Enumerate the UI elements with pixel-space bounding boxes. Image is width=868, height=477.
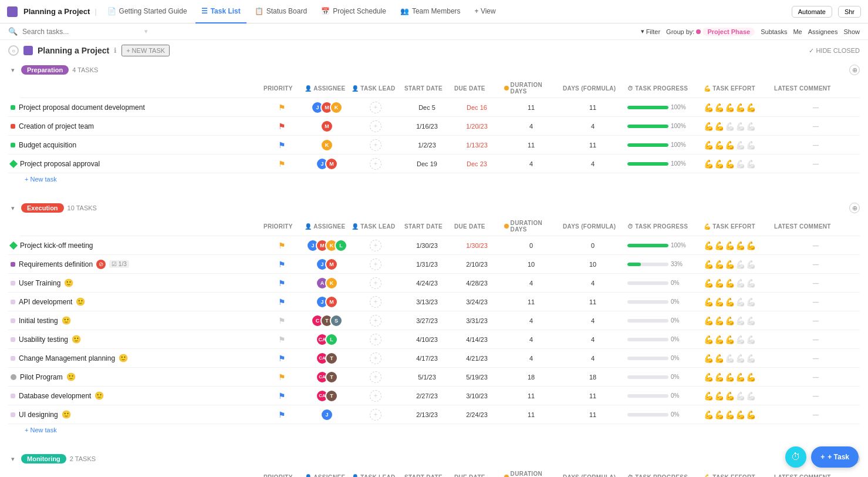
assignee-cell: J M K L	[302, 239, 349, 252]
share-button[interactable]: Shr	[838, 6, 861, 18]
priority-flag[interactable]: ⚑	[278, 241, 286, 250]
lead-circle[interactable]: +	[370, 371, 381, 383]
avatar: M	[325, 295, 338, 308]
priority-flag[interactable]: ⚑	[278, 354, 286, 363]
preparation-options-btn[interactable]: ⊕	[849, 65, 860, 75]
avatar: K	[325, 277, 338, 290]
tab-status-board[interactable]: 📋 Status Board	[249, 0, 313, 23]
info-icon[interactable]: ℹ	[114, 46, 117, 55]
new-task-button[interactable]: + NEW TASK	[121, 45, 170, 56]
me-button[interactable]: Me	[793, 28, 802, 35]
tab-team-members[interactable]: 👥 Team Members	[394, 0, 467, 23]
status-emoji: 🙂	[72, 335, 81, 344]
lead-circle[interactable]: +	[370, 102, 381, 113]
subtasks-button[interactable]: Subtasks	[761, 28, 787, 35]
execution-collapse-btn[interactable]: ▾	[8, 204, 18, 212]
filter-button[interactable]: ▾ Filter	[641, 28, 660, 35]
task-name-cell: Project kick-off meeting	[8, 241, 261, 250]
lead-circle[interactable]: +	[370, 277, 381, 289]
add-task-execution[interactable]: + New task	[8, 424, 860, 436]
tab-project-schedule[interactable]: 📅 Project Schedule	[315, 0, 392, 23]
priority-flag[interactable]: ⚑	[278, 260, 286, 269]
comment-cell: –	[772, 101, 860, 113]
duration-cell: 11	[502, 411, 560, 418]
status-emoji: 🙂	[94, 391, 104, 400]
muscle-3: 💪	[725, 122, 735, 131]
lead-icon2: 👤	[352, 223, 359, 230]
priority-flag[interactable]: ⚑	[278, 410, 286, 419]
start-date-cell: 1/16/23	[402, 123, 452, 130]
add-task-fab[interactable]: + + Task	[811, 446, 859, 468]
priority-cell: ⚑	[261, 335, 302, 344]
lead-circle[interactable]: +	[370, 139, 381, 151]
muscle-5: 💪	[746, 103, 756, 112]
priority-flag[interactable]: ⚑	[278, 316, 286, 325]
lead-circle[interactable]: +	[370, 409, 381, 421]
section-header-execution: ▾ Execution 10 TASKS ⊕	[8, 199, 860, 217]
task-name-cell: UI designing 🙂	[8, 410, 261, 419]
automate-button[interactable]: Automate	[792, 6, 832, 18]
muscle-2: 💪	[714, 297, 724, 307]
preparation-collapse-btn[interactable]: ▾	[8, 66, 18, 74]
tab-getting-started[interactable]: 📄 Getting Started Guide	[102, 0, 193, 23]
task-status-circle	[11, 374, 16, 380]
lead-circle[interactable]: +	[370, 258, 381, 270]
effort-cell: 💪 💪 💪 💪 💪	[701, 140, 772, 150]
lead-circle[interactable]: +	[370, 240, 381, 251]
task-status-diamond	[9, 159, 18, 167]
priority-flag[interactable]: ⚑	[278, 335, 286, 344]
duration-cell: 4	[502, 123, 560, 130]
assignees-button[interactable]: Assignees	[808, 28, 838, 35]
lead-circle[interactable]: +	[370, 120, 381, 132]
preparation-tag[interactable]: Preparation	[21, 65, 69, 75]
priority-flag[interactable]: ⚑	[278, 297, 286, 307]
priority-flag[interactable]: ⚑	[278, 278, 286, 288]
status-emoji: 🙂	[76, 297, 85, 306]
lead-circle[interactable]: +	[370, 334, 381, 345]
col-eff: 💪TASK EFFORT	[701, 219, 772, 234]
lead-circle[interactable]: +	[370, 158, 381, 170]
search-input[interactable]	[22, 28, 140, 36]
execution-options-btn[interactable]: ⊕	[849, 203, 860, 213]
group-by-button[interactable]: Group by: Project Phase	[666, 28, 755, 36]
progress-cell: 0%	[625, 355, 701, 361]
execution-tag[interactable]: Execution	[21, 203, 64, 213]
lead-circle[interactable]: +	[370, 352, 381, 364]
duration-cell: 11	[502, 142, 560, 149]
hide-closed-button[interactable]: ✓ HIDE CLOSED	[809, 47, 860, 55]
monitoring-collapse-btn[interactable]: ▾	[8, 455, 18, 463]
muscle-4: 💪	[735, 260, 745, 269]
show-button[interactable]: Show	[843, 28, 860, 35]
search-dropdown-icon[interactable]: ▾	[144, 28, 148, 35]
col-assignee: 👤ASSIGNEE	[302, 219, 349, 234]
avatar: T	[325, 352, 338, 365]
monitoring-tag[interactable]: Monitoring	[21, 454, 66, 463]
comment-cell: –	[772, 258, 860, 270]
tab-task-list[interactable]: ☰ Task List	[195, 0, 246, 23]
bottom-right-buttons: ⏱ + + Task	[785, 446, 859, 468]
lead-circle[interactable]: +	[370, 315, 381, 327]
project-collapse-btn[interactable]: ○	[8, 45, 19, 56]
priority-flag[interactable]: ⚑	[278, 391, 286, 401]
lead-circle[interactable]: +	[370, 296, 381, 308]
col-task	[20, 80, 261, 96]
effort-cell: 💪 💪 💪 💪 💪	[701, 260, 772, 269]
priority-cell: ⚑	[261, 241, 302, 250]
start-date-cell: 1/2/23	[402, 142, 452, 149]
priority-flag[interactable]: ⚑	[278, 159, 286, 169]
priority-flag[interactable]: ⚑	[278, 103, 286, 112]
priority-flag[interactable]: ⚑	[278, 140, 286, 150]
add-task-preparation[interactable]: + New task	[8, 173, 860, 185]
priority-flag[interactable]: ⚑	[278, 372, 286, 382]
lead-circle[interactable]: +	[370, 390, 381, 402]
task-status-dot	[11, 412, 15, 417]
tab-add-view[interactable]: + View	[469, 0, 502, 23]
task-status-dot	[11, 262, 15, 267]
avatar: K	[320, 139, 333, 152]
comment-cell: –	[772, 239, 860, 251]
due-date-cell: 1/20/23	[452, 123, 502, 130]
priority-cell: ⚑	[261, 260, 302, 269]
clock-button[interactable]: ⏱	[785, 446, 806, 468]
priority-flag[interactable]: ⚑	[278, 122, 286, 131]
assignee-cell: CA T	[302, 352, 349, 365]
